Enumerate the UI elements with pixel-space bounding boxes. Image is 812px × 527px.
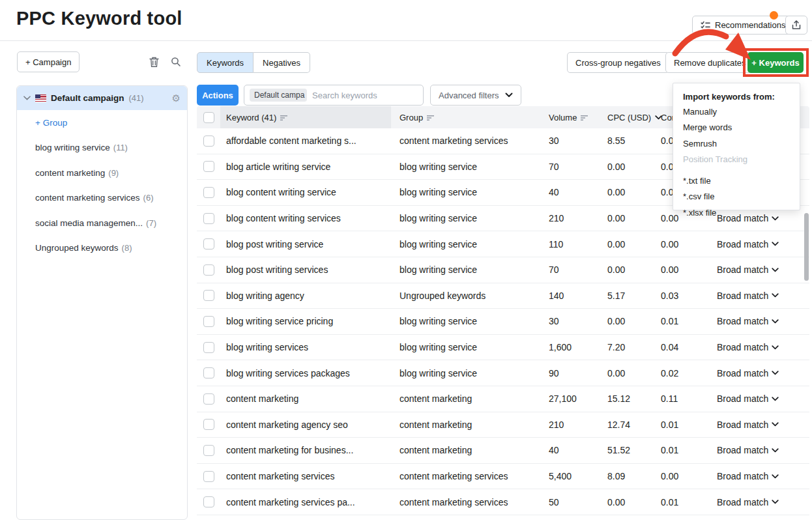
match-type-dropdown[interactable]: Broad match [717, 360, 803, 386]
competition-cell: 0.11 [661, 386, 678, 412]
recommendations-button[interactable]: Recommendations [692, 16, 794, 35]
campaign-name: Default campaign [51, 93, 124, 103]
row-checkbox[interactable] [203, 290, 214, 301]
search-keywords-input[interactable]: Default campa Search keywords [244, 85, 424, 106]
cpc-cell: 8.55 [607, 128, 625, 154]
row-checkbox[interactable] [203, 264, 214, 276]
search-icon[interactable] [168, 54, 184, 70]
add-campaign-button[interactable]: + Campaign [17, 51, 80, 72]
sidebar-group-item[interactable]: content marketing services (6) [17, 186, 187, 211]
group-cell: blog writing service [399, 206, 477, 231]
match-type-dropdown[interactable]: Broad match [717, 335, 803, 360]
sidebar-group-item[interactable]: content marketing (9) [17, 160, 187, 186]
match-type-dropdown[interactable]: Broad match [717, 283, 803, 309]
add-group-button[interactable]: + Group [17, 110, 187, 135]
row-checkbox[interactable] [203, 419, 214, 430]
row-checkbox[interactable] [203, 238, 214, 249]
dropdown-item[interactable]: Merge words [683, 120, 790, 136]
cross-group-negatives-button[interactable]: Cross-group negatives [567, 52, 669, 73]
campaign-count: (41) [129, 93, 144, 103]
group-cell: blog writing service [399, 335, 477, 360]
column-header-keyword[interactable]: Keyword (41) [226, 106, 288, 128]
match-type-dropdown[interactable]: Broad match [717, 386, 803, 412]
advanced-filters-button[interactable]: Advanced filters [430, 85, 521, 106]
group-list: + Group blog writing service (11) conten… [17, 110, 187, 261]
table-row: blog writing agency Ungrouped keywords 1… [197, 283, 809, 309]
keyword-cell: blog content writing service [226, 180, 336, 205]
gear-icon[interactable]: ⚙ [172, 93, 181, 103]
chevron-down-icon[interactable] [23, 96, 31, 100]
export-button[interactable] [785, 16, 807, 35]
row-checkbox[interactable] [203, 187, 214, 198]
row-checkbox[interactable] [203, 342, 214, 353]
cpc-cell: 15.12 [607, 386, 630, 412]
add-keywords-button[interactable]: + Keywords [747, 52, 804, 73]
group-count: (9) [108, 168, 119, 178]
row-checkbox[interactable] [203, 471, 214, 482]
campaign-row-default[interactable]: Default campaign (41) ⚙ [17, 86, 187, 110]
group-count: (8) [122, 243, 132, 253]
group-name: blog writing service [35, 143, 110, 152]
keyword-cell: content marketing services [226, 464, 335, 489]
row-checkbox[interactable] [203, 135, 214, 147]
row-checkbox[interactable] [203, 496, 214, 507]
table-row: blog writing service pricing blog writin… [197, 309, 809, 335]
remove-duplicates-button[interactable]: Remove duplicates [665, 52, 755, 73]
tab-negatives[interactable]: Negatives [254, 52, 310, 73]
advanced-filters-label: Advanced filters [439, 91, 499, 100]
sidebar-group-item[interactable]: Ungrouped keywords (8) [17, 236, 187, 261]
row-checkbox[interactable] [203, 316, 214, 327]
match-type-dropdown[interactable]: Broad match [717, 412, 803, 438]
row-checkbox[interactable] [203, 445, 214, 456]
page-title: PPC Keyword tool [16, 8, 182, 29]
group-name: content marketing [35, 168, 105, 178]
chevron-down-icon [772, 293, 779, 298]
volume-cell: 5,400 [549, 464, 572, 489]
match-type-dropdown[interactable]: Broad match [717, 309, 803, 334]
sort-icon [581, 115, 588, 121]
match-type-dropdown[interactable]: Broad match [717, 231, 803, 257]
chevron-down-icon [772, 448, 779, 453]
us-flag-icon [35, 94, 46, 102]
volume-cell: 30 [549, 128, 559, 154]
select-all-checkbox[interactable] [203, 112, 214, 123]
cpc-cell: 0.00 [607, 360, 625, 386]
group-cell: content marketing [399, 438, 472, 463]
row-checkbox[interactable] [203, 393, 214, 405]
sidebar-group-item[interactable]: social media managemen... (7) [17, 210, 187, 236]
match-type-dropdown[interactable]: Broad match [717, 438, 803, 463]
dropdown-item[interactable]: Manually [683, 104, 790, 120]
row-checkbox[interactable] [203, 213, 214, 224]
header-divider [0, 40, 812, 41]
sidebar-group-item[interactable]: blog writing service (11) [17, 135, 187, 161]
dropdown-item[interactable]: *.csv file [683, 189, 790, 205]
table-row: blog post writing service blog writing s… [197, 231, 809, 257]
keyword-cell: blog writing service pricing [226, 309, 333, 334]
dropdown-item[interactable]: Position Tracking [683, 152, 790, 168]
actions-button[interactable]: Actions [197, 85, 239, 106]
cpc-cell: 7.20 [607, 335, 625, 360]
group-cell: content marketing services [399, 489, 508, 515]
trash-icon[interactable] [146, 54, 162, 70]
dropdown-title: Import keywords from: [683, 89, 790, 104]
column-header-cpc[interactable]: CPC (USD) [607, 106, 662, 128]
volume-cell: 70 [549, 257, 559, 283]
column-header-group[interactable]: Group [399, 106, 435, 128]
ppc-keyword-tool-page: PPC Keyword tool Recommendations + Campa… [0, 0, 812, 527]
dropdown-item[interactable]: Semrush [683, 135, 790, 152]
dropdown-item[interactable]: *.xlsx file [683, 205, 790, 221]
cpc-cell: 0.00 [607, 180, 625, 205]
match-type-dropdown[interactable]: Broad match [717, 464, 803, 489]
keyword-cell: content marketing services pa... [226, 489, 355, 515]
tab-keywords[interactable]: Keywords [197, 52, 254, 73]
dropdown-item[interactable]: *.txt file [683, 173, 790, 189]
group-cell: content marketing [399, 412, 472, 438]
table-scrollbar-thumb[interactable] [804, 213, 809, 281]
campaign-scope-pill[interactable]: Default campa [250, 89, 307, 102]
row-checkbox[interactable] [203, 161, 214, 172]
column-header-volume[interactable]: Volume [549, 106, 588, 128]
match-type-dropdown[interactable]: Broad match [717, 257, 803, 283]
group-cell: blog writing service [399, 360, 477, 386]
row-checkbox[interactable] [203, 367, 214, 378]
match-type-dropdown[interactable]: Broad match [717, 489, 803, 515]
